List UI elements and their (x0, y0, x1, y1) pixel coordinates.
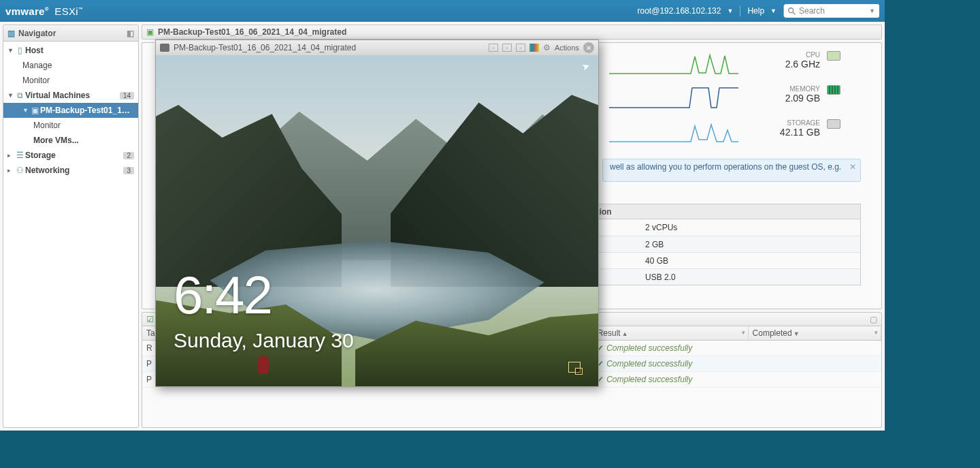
console-titlebar[interactable]: PM-Backup-Test01_16_06_2021_14_04_migrat… (156, 40, 598, 55)
lockscreen-clock: 6:42 (174, 264, 272, 326)
cpu-spark (609, 51, 738, 76)
nav-vms[interactable]: ▼ ⧉ Virtual Machines 14 (3, 88, 138, 103)
network-icon: ⚇ (14, 166, 25, 175)
network-status-icon (568, 362, 581, 373)
lockscreen-date: Sunday, January 30 (174, 329, 354, 352)
metric-memory: MEMORY2.09 GB (609, 85, 861, 110)
nav-host-label: Host (25, 46, 134, 55)
nav-host-manage[interactable]: Manage (3, 58, 138, 73)
hiker-figure (258, 356, 269, 374)
console-title: PM-Backup-Test01_16_06_2021_14_04_migrat… (174, 43, 485, 52)
window-btn-1[interactable]: ▫ (489, 44, 498, 52)
window-btn-3[interactable]: ▫ (516, 44, 525, 52)
nav-tree: ▼ ▯ Host Manage Monitor ▼ ⧉ Virtual Mach… (3, 42, 138, 178)
tasks-icon: ☑ (146, 315, 154, 324)
nav-vm-selected[interactable]: ▼ ▣ PM-Backup-Test01_16_... (3, 103, 138, 118)
storage-icon (827, 119, 840, 129)
label: Monitor (33, 121, 134, 130)
brand-esxi: ESXi (54, 5, 78, 17)
storage-icon: ☰ (14, 151, 25, 160)
twisty-icon: ▼ (7, 92, 14, 99)
console-close[interactable]: ✕ (583, 42, 594, 53)
hw-row: 2 vCPUs (585, 219, 860, 236)
nav-networking-label: Networking (25, 166, 123, 175)
search-input[interactable]: Search ▼ (784, 4, 879, 18)
brand-vmware: vmware (5, 5, 45, 17)
notice-text: well as allowing you to perform operatio… (610, 162, 841, 172)
search-placeholder: Search (799, 6, 825, 16)
hw-row: 2 GB (585, 236, 860, 252)
col-completed[interactable]: Completed▼▾ (748, 326, 881, 341)
breadcrumb-vm: PM-Backup-Test01_16_06_2021_14_04_migrat… (158, 27, 346, 37)
storage-count-badge: 2 (123, 152, 134, 159)
vm-icon: ▣ (29, 106, 40, 115)
user-label: root@192.168.102.132 (638, 6, 721, 16)
gear-icon[interactable]: ⚙ (543, 43, 551, 52)
nav-vm-selected-label: PM-Backup-Test01_16_... (40, 106, 134, 115)
caret-down-icon: ▼ (869, 7, 875, 14)
nav-storage[interactable]: ▸ ☰ Storage 2 (3, 148, 138, 163)
metric-storage: STORAGE42.11 GB (609, 119, 861, 144)
window-btn-color[interactable] (529, 44, 539, 52)
expand-icon[interactable]: ▢ (870, 315, 877, 324)
vms-count-badge: 14 (120, 92, 134, 99)
nav-vm-monitor[interactable]: Monitor (3, 118, 138, 133)
svg-line-1 (793, 12, 795, 14)
mem-value: 2.09 GB (745, 93, 820, 104)
navigator-title: Navigator (18, 29, 56, 38)
vm-icon: ▣ (146, 27, 154, 37)
hw-row: USB 2.0 (585, 268, 860, 285)
search-icon (788, 7, 796, 15)
sto-label: STORAGE (745, 119, 820, 127)
twisty-icon: ▸ (7, 167, 14, 174)
memory-icon (827, 85, 840, 95)
pin-icon[interactable]: ◧ (127, 29, 134, 38)
nav-host[interactable]: ▼ ▯ Host (3, 43, 138, 58)
nav-host-monitor[interactable]: Monitor (3, 73, 138, 88)
hw-row: 40 GB (585, 252, 860, 268)
networking-count-badge: 3 (123, 167, 134, 174)
navigator-icon: ▥ (7, 29, 15, 38)
cpu-label: CPU (745, 51, 820, 59)
nav-storage-label: Storage (25, 151, 123, 160)
col-result[interactable]: Result▲▾ (593, 326, 748, 341)
twisty-icon: ▸ (7, 152, 14, 159)
cpu-value: 2.6 GHz (745, 59, 820, 69)
nav-vms-label: Virtual Machines (25, 91, 120, 100)
help-label: Help (747, 6, 764, 16)
svg-point-0 (789, 7, 794, 12)
monitor-icon (160, 44, 169, 52)
user-menu[interactable]: root@192.168.102.132 ▼ (631, 6, 740, 16)
mem-label: MEMORY (745, 85, 820, 93)
nav-networking[interactable]: ▸ ⚇ Networking 3 (3, 163, 138, 178)
caret-down-icon: ▼ (770, 7, 777, 14)
brand: vmware® ESXi™ (5, 5, 83, 17)
hw-config-panel: ation 2 vCPUs2 GB40 GBUSB 2.0 (585, 204, 861, 285)
guest-screen[interactable]: ➤ 6:42 Sunday, January 30 (156, 55, 598, 386)
mem-spark (609, 85, 738, 110)
cpu-icon (827, 51, 840, 61)
help-menu[interactable]: Help ▼ (740, 6, 783, 16)
breadcrumb: ▣ PM-Backup-Test01_16_06_2021_14_04_migr… (142, 25, 882, 40)
actions-menu[interactable]: Actions (555, 44, 579, 52)
navigator-panel: ▥ Navigator ◧ ▼ ▯ Host Manage Monitor ▼ … (3, 25, 139, 428)
vm-console-window[interactable]: PM-Backup-Test01_16_06_2021_14_04_migrat… (155, 40, 599, 387)
label: Monitor (22, 76, 134, 85)
sto-spark (609, 119, 738, 144)
caret-down-icon: ▼ (727, 7, 733, 14)
metrics: CPU2.6 GHz MEMORY2.09 GB (609, 51, 861, 144)
info-notice: well as allowing you to perform operatio… (602, 159, 861, 182)
metric-cpu: CPU2.6 GHz (609, 51, 861, 76)
notice-close[interactable]: ✕ (849, 162, 856, 172)
label: More VMs... (33, 136, 134, 145)
twisty-icon: ▼ (22, 107, 29, 114)
sto-value: 42.11 GB (745, 127, 820, 138)
host-icon: ▯ (14, 46, 25, 55)
window-btn-2[interactable]: ▫ (502, 44, 512, 52)
nav-more-vms[interactable]: More VMs... (3, 133, 138, 148)
label: Manage (22, 61, 134, 70)
twisty-icon: ▼ (7, 47, 14, 54)
top-bar: vmware® ESXi™ root@192.168.102.132 ▼ Hel… (0, 0, 885, 22)
navigator-header: ▥ Navigator ◧ (3, 25, 138, 42)
vm-group-icon: ⧉ (14, 91, 25, 100)
